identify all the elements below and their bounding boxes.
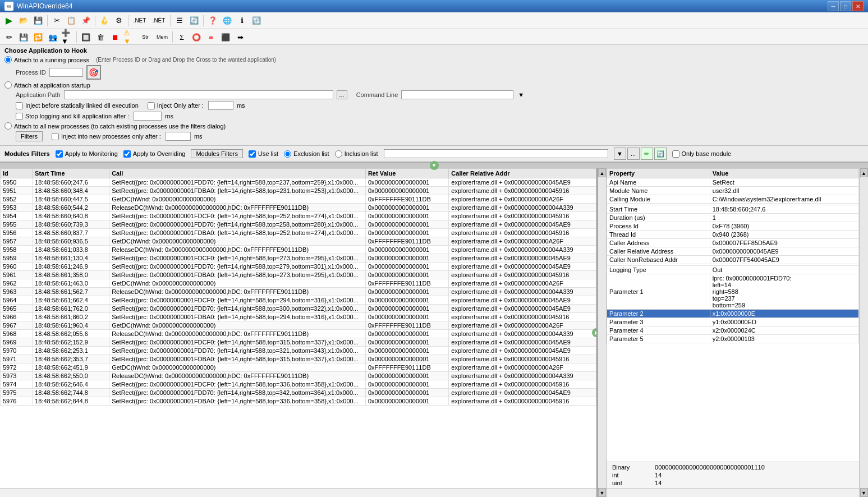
crosshair-button[interactable]: 🎯 <box>86 65 101 80</box>
log-table-row[interactable]: 595318:48:58:660;544,2ReleaseDC(hWnd: 0x… <box>1 204 596 212</box>
inclusion-list-radio[interactable]: Inclusion list <box>335 150 378 158</box>
reload-button[interactable]: 🔁 <box>31 30 45 44</box>
log-table-row[interactable]: 595718:48:58:660;936,5GetDC(hWnd: 0x0000… <box>1 237 596 246</box>
log-table-row[interactable]: 595618:48:58:660;837,7SetRect({prc: 0x00… <box>1 229 596 237</box>
log-table-row[interactable]: 597118:48:58:662;353,7SetRect({prc: 0x00… <box>1 355 596 363</box>
net1-button[interactable]: .NET <box>131 14 149 27</box>
refresh-button[interactable]: 🔄 <box>187 14 201 27</box>
exclusion-list-radio[interactable]: Exclusion list <box>284 150 329 158</box>
scroll-down-btn[interactable]: ▼ <box>598 488 606 497</box>
log-table-row[interactable]: 596418:48:58:661;662,4SetRect({prc: 0x00… <box>1 296 596 305</box>
log-table-row[interactable]: 596018:48:58:661;246,9SetRect({prc: 0x00… <box>1 263 596 271</box>
list-edit-button[interactable]: ... <box>627 148 640 160</box>
log-table-row[interactable]: 595518:48:58:660;739,3SetRect({prc: 0x00… <box>1 220 596 229</box>
attach-running-radio[interactable]: Attach to a running process <box>4 56 89 63</box>
props-table-row[interactable]: Duration (us)1 <box>607 214 859 222</box>
log-vscrollbar[interactable]: ▲ ▼ <box>598 168 607 497</box>
cmd-dropdown-arrow[interactable]: ▼ <box>518 91 524 98</box>
props-table-container[interactable]: Property Value Api NameSetRectModule Nam… <box>607 168 859 462</box>
cut-button[interactable]: ✂ <box>50 14 63 27</box>
props-table-row[interactable]: Start Time18:48:58:660;247,6 <box>607 205 859 214</box>
props-table-row[interactable]: Logging TypeOut <box>607 266 859 274</box>
about-button[interactable]: 🔃 <box>250 14 263 27</box>
props-table-row[interactable]: Module Nameuser32.dll <box>607 187 859 195</box>
log-table-row[interactable]: 595118:48:58:660;348,4SetRect({prc: 0x00… <box>1 187 596 195</box>
props-vscrollbar[interactable]: ▲ ▼ <box>859 168 868 497</box>
bars-button[interactable]: ⬛ <box>219 30 232 44</box>
apply-monitoring-check[interactable]: Apply to Monitoring <box>56 150 118 158</box>
cmd-line-input[interactable] <box>401 90 513 99</box>
props-hscrollbar[interactable] <box>607 488 859 497</box>
props-table-row[interactable]: Parameter 2x1:0x0000000E <box>607 310 859 318</box>
props-table-row[interactable]: Caller Relative Address0x00000000000045A… <box>607 247 859 256</box>
list-button[interactable]: ☰ <box>173 14 186 27</box>
maximize-button[interactable]: □ <box>840 1 851 11</box>
props-scroll-down[interactable]: ▼ <box>860 488 868 497</box>
log-table-row[interactable]: 597618:48:58:662;844,8SetRect({prc: 0x00… <box>1 397 596 406</box>
people-button[interactable]: 👥 ▼ <box>46 30 59 44</box>
log-table-row[interactable]: 597518:48:58:662;744,8SetRect({prc: 0x00… <box>1 389 596 397</box>
info-button[interactable]: ℹ <box>235 14 249 27</box>
log-table-row[interactable]: 595918:48:58:661;130,4SetRect({prc: 0x00… <box>1 254 596 263</box>
hook-button[interactable]: 🪝 <box>98 14 111 27</box>
lines-button[interactable]: ≡ <box>204 30 218 44</box>
play-button[interactable]: ▶ <box>2 14 16 27</box>
stop-ms-input[interactable]: 5000 <box>134 112 162 121</box>
inject-ms-input[interactable]: 100 <box>208 101 233 110</box>
web-button[interactable]: 🌐 <box>221 14 234 27</box>
stop-button[interactable]: ⏹ <box>108 30 122 44</box>
props-table-row[interactable]: Thread Id0x940 (2368) <box>607 231 859 239</box>
props-table-row[interactable]: Caller NonRebased Addr0x000007FF540045AE… <box>607 256 859 264</box>
inject-new-ms-input[interactable]: 100 <box>166 132 191 141</box>
disk-button[interactable]: 💾 <box>17 30 30 44</box>
log-table-row[interactable]: 596918:48:58:662;152,9SetRect({prc: 0x00… <box>1 338 596 347</box>
open-button[interactable]: 📂 <box>17 14 30 27</box>
warn-button[interactable]: ⚠ ▼ <box>123 30 136 44</box>
inject-new-check[interactable]: Inject into new processes only after : 1… <box>52 132 203 141</box>
log-table-row[interactable]: 595418:48:58:660;640,8SetRect({prc: 0x00… <box>1 212 596 220</box>
apply-overriding-check[interactable]: Apply to Overriding <box>123 150 186 158</box>
net2-button[interactable]: .NÉT <box>150 14 168 27</box>
props-table-row[interactable]: Parameter 4x2:0x0000024C <box>607 326 859 335</box>
log-table-row[interactable]: 595018:48:58:660;247,6SetRect({prc: 0x00… <box>1 178 596 187</box>
only-base-check[interactable]: Only base module <box>672 150 732 158</box>
list-browse-button[interactable]: ✏ <box>641 148 653 160</box>
log-table-row[interactable]: 596218:48:58:661;463,0GetDC(hWnd: 0x0000… <box>1 279 596 288</box>
use-list-check[interactable]: Use list <box>249 150 278 158</box>
attach-all-radio[interactable]: Attach to all new processes (to catch ex… <box>4 122 226 130</box>
log-table-row[interactable]: 597018:48:58:662;253,1SetRect({prc: 0x00… <box>1 347 596 355</box>
arrow-button[interactable]: ➡ <box>233 30 247 44</box>
props-table-row[interactable]: Calling ModuleC:\Windows\system32\explor… <box>607 195 859 204</box>
list-path-input[interactable]: NotHookedModuleList.txt <box>384 149 608 158</box>
help-button[interactable]: ❓ <box>206 14 219 27</box>
str-button[interactable]: Str <box>137 30 153 44</box>
props-table-row[interactable]: Process Id0xF78 (3960) <box>607 222 859 231</box>
circle-button[interactable]: ⭕ <box>190 30 203 44</box>
log-table-row[interactable]: 596318:48:58:661;562,7ReleaseDC(hWnd: 0x… <box>1 288 596 296</box>
log-table-row[interactable]: 597218:48:58:662;451,9GetDC(hWnd: 0x0000… <box>1 363 596 372</box>
inject-statically-check[interactable]: Inject before statically linked dll exec… <box>16 102 139 109</box>
attach-startup-radio[interactable]: Attach at application startup <box>4 81 90 89</box>
log-table-row[interactable]: 596618:48:58:661;860,2SetRect({prc: 0x00… <box>1 313 596 321</box>
pencil-button[interactable]: ✏ <box>2 30 16 44</box>
props-table-row[interactable]: Parameter 3y1:0x000000ED <box>607 318 859 326</box>
process-id-input[interactable]: 3960 <box>49 68 83 77</box>
log-table-row[interactable]: 597418:48:58:662;646,4SetRect({prc: 0x00… <box>1 380 596 389</box>
props-table-row[interactable]: Parameter 5y2:0x00000103 <box>607 335 859 343</box>
sigma-button[interactable]: Σ <box>175 30 189 44</box>
props-table-row[interactable]: Parameter 1lprc: 0x00000000001FDD70: lef… <box>607 274 859 310</box>
more-button[interactable]: ➕ ▼ <box>61 30 74 44</box>
log-hscrollbar[interactable] <box>0 488 596 497</box>
save-button[interactable]: 💾 <box>31 14 45 27</box>
props-table-row[interactable]: Caller Address0x000007FEF85D5AE9 <box>607 239 859 247</box>
scroll-up-btn[interactable]: ▲ <box>598 168 606 177</box>
modules-filters-button[interactable]: Modules Filters <box>191 149 243 158</box>
mem-button[interactable]: Mem <box>154 30 170 44</box>
clear-button[interactable]: 🗑 <box>94 30 107 44</box>
list-dropdown-button[interactable]: ▼ <box>614 148 626 160</box>
log-table-row[interactable]: 595818:48:58:661;033,8ReleaseDC(hWnd: 0x… <box>1 246 596 254</box>
props-scroll-up[interactable]: ▲ <box>860 168 868 177</box>
close-button[interactable]: ✕ <box>852 1 864 11</box>
log-table-row[interactable]: 595218:48:58:660;447,5GetDC(hWnd: 0x0000… <box>1 195 596 204</box>
config-button[interactable]: ⚙ <box>112 14 126 27</box>
